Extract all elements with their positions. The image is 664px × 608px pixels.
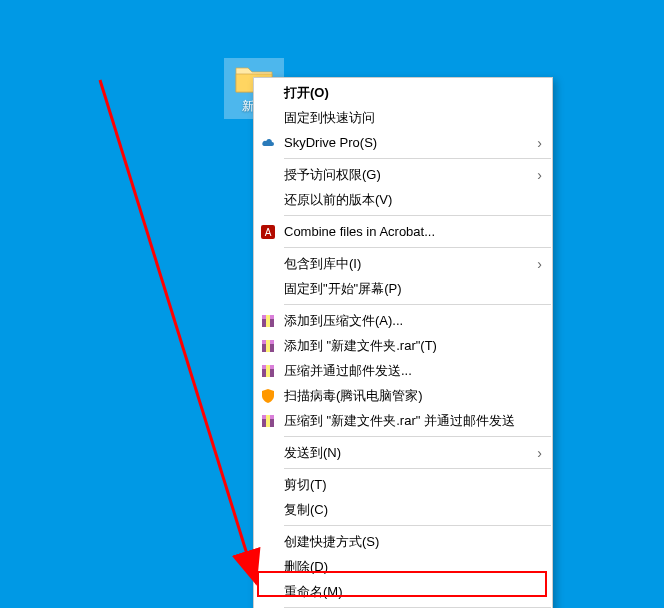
menu-delete[interactable]: 删除(D)	[254, 554, 552, 579]
menu-pin-quick-access[interactable]: 固定到快速访问	[254, 105, 552, 130]
menu-grant-access[interactable]: 授予访问权限(G) ›	[254, 162, 552, 187]
menu-label: 压缩并通过邮件发送...	[284, 362, 412, 380]
menu-separator	[284, 215, 551, 216]
menu-skydrive[interactable]: SkyDrive Pro(S) ›	[254, 130, 552, 155]
menu-label: Combine files in Acrobat...	[284, 224, 435, 239]
shield-icon	[260, 388, 276, 404]
menu-label: 复制(C)	[284, 501, 328, 519]
menu-label: 扫描病毒(腾讯电脑管家)	[284, 387, 423, 405]
menu-restore-versions[interactable]: 还原以前的版本(V)	[254, 187, 552, 212]
acrobat-icon: A	[260, 224, 276, 240]
menu-label: 删除(D)	[284, 558, 328, 576]
svg-line-15	[100, 80, 255, 580]
menu-combine-acrobat[interactable]: A Combine files in Acrobat...	[254, 219, 552, 244]
menu-label: 包含到库中(I)	[284, 255, 361, 273]
menu-open[interactable]: 打开(O)	[254, 80, 552, 105]
menu-separator	[284, 436, 551, 437]
svg-rect-7	[266, 340, 270, 352]
menu-compress-email[interactable]: 压缩并通过邮件发送...	[254, 358, 552, 383]
svg-rect-13	[266, 415, 270, 427]
archive-icon	[260, 413, 276, 429]
menu-send-to[interactable]: 发送到(N) ›	[254, 440, 552, 465]
menu-separator	[284, 158, 551, 159]
archive-icon	[260, 338, 276, 354]
menu-label: 打开(O)	[284, 84, 329, 102]
menu-add-archive[interactable]: 添加到压缩文件(A)...	[254, 308, 552, 333]
archive-icon	[260, 363, 276, 379]
cloud-icon	[260, 135, 276, 151]
menu-label: 剪切(T)	[284, 476, 327, 494]
menu-label: 授予访问权限(G)	[284, 166, 381, 184]
menu-label: 固定到快速访问	[284, 109, 375, 127]
menu-add-rar[interactable]: 添加到 "新建文件夹.rar"(T)	[254, 333, 552, 358]
menu-label: 创建快捷方式(S)	[284, 533, 379, 551]
chevron-right-icon: ›	[537, 445, 542, 461]
svg-text:A: A	[265, 227, 272, 238]
menu-label: 压缩到 "新建文件夹.rar" 并通过邮件发送	[284, 412, 515, 430]
menu-scan-virus[interactable]: 扫描病毒(腾讯电脑管家)	[254, 383, 552, 408]
menu-label: SkyDrive Pro(S)	[284, 135, 377, 150]
menu-label: 重命名(M)	[284, 583, 343, 601]
menu-include-library[interactable]: 包含到库中(I) ›	[254, 251, 552, 276]
menu-separator	[284, 247, 551, 248]
menu-label: 固定到"开始"屏幕(P)	[284, 280, 402, 298]
menu-label: 还原以前的版本(V)	[284, 191, 392, 209]
menu-compress-rar-email[interactable]: 压缩到 "新建文件夹.rar" 并通过邮件发送	[254, 408, 552, 433]
chevron-right-icon: ›	[537, 135, 542, 151]
context-menu: 打开(O) 固定到快速访问 SkyDrive Pro(S) › 授予访问权限(G…	[253, 77, 553, 608]
menu-separator	[284, 525, 551, 526]
menu-pin-start[interactable]: 固定到"开始"屏幕(P)	[254, 276, 552, 301]
archive-icon	[260, 313, 276, 329]
menu-label: 添加到压缩文件(A)...	[284, 312, 403, 330]
menu-cut[interactable]: 剪切(T)	[254, 472, 552, 497]
chevron-right-icon: ›	[537, 167, 542, 183]
menu-label: 发送到(N)	[284, 444, 341, 462]
menu-separator	[284, 468, 551, 469]
menu-rename[interactable]: 重命名(M)	[254, 579, 552, 604]
chevron-right-icon: ›	[537, 256, 542, 272]
menu-copy[interactable]: 复制(C)	[254, 497, 552, 522]
menu-separator	[284, 304, 551, 305]
svg-rect-10	[266, 365, 270, 377]
menu-label: 添加到 "新建文件夹.rar"(T)	[284, 337, 437, 355]
menu-create-shortcut[interactable]: 创建快捷方式(S)	[254, 529, 552, 554]
svg-rect-4	[266, 315, 270, 327]
